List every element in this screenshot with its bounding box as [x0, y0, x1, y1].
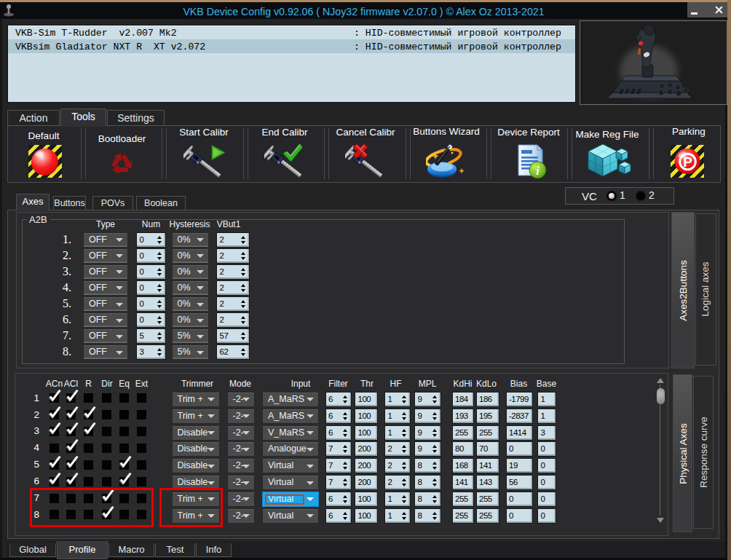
svg-text:P: P: [683, 154, 692, 170]
svg-text:i: i: [536, 165, 540, 177]
